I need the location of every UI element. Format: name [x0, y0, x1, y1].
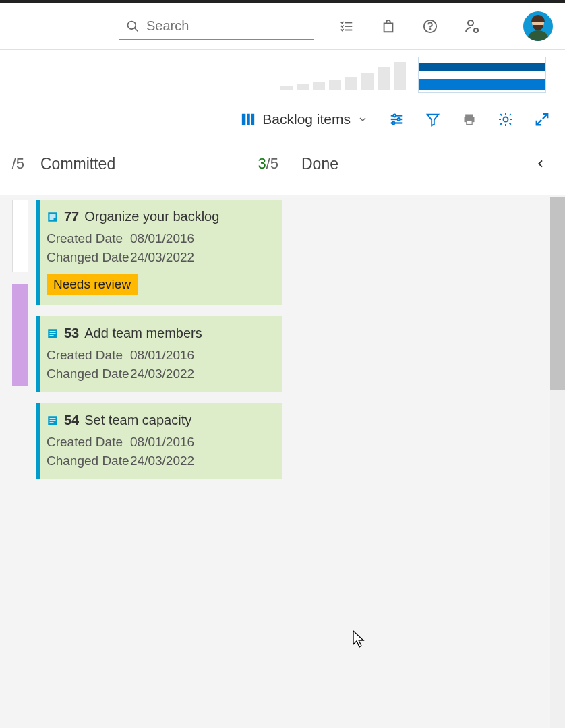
- work-item-title: Organize your backlog: [84, 209, 219, 224]
- search-input[interactable]: [146, 18, 307, 34]
- svg-point-17: [392, 121, 395, 124]
- sliders-icon[interactable]: [388, 111, 405, 127]
- column-title: Committed: [40, 155, 115, 173]
- partial-card[interactable]: [12, 200, 28, 272]
- field-label: Changed Date: [47, 454, 130, 468]
- field-value: 08/01/2016: [130, 231, 194, 246]
- backlog-level-selector[interactable]: Backlog items: [241, 111, 368, 127]
- svg-rect-31: [50, 333, 56, 334]
- fullscreen-icon[interactable]: [534, 111, 550, 127]
- partial-card[interactable]: [12, 284, 28, 386]
- work-item-card[interactable]: 53 Add team members Created Date08/01/20…: [36, 316, 282, 392]
- svg-rect-30: [50, 331, 56, 332]
- settings-gear-icon[interactable]: [498, 111, 514, 127]
- help-icon[interactable]: [422, 18, 438, 34]
- cumulative-flow-chart-area: [0, 50, 565, 98]
- shopping-bag-icon[interactable]: [380, 18, 396, 34]
- field-value: 24/03/2022: [130, 454, 194, 468]
- field-value: 08/01/2016: [130, 348, 194, 363]
- column-header-committed[interactable]: Committed 3/5: [28, 155, 289, 173]
- work-item-title: Add team members: [84, 326, 202, 341]
- svg-rect-34: [50, 418, 56, 419]
- svg-marker-18: [427, 114, 439, 125]
- svg-point-7: [468, 20, 473, 26]
- svg-rect-21: [467, 120, 472, 124]
- search-icon: [126, 20, 140, 33]
- column-committed: 77 Organize your backlog Created Date08/…: [28, 195, 289, 728]
- svg-rect-28: [50, 218, 54, 220]
- column-wip-count: 3/5: [258, 155, 278, 173]
- work-item-id: 77: [64, 209, 79, 224]
- svg-rect-10: [247, 113, 250, 125]
- svg-point-6: [429, 29, 430, 30]
- svg-rect-26: [50, 214, 56, 216]
- svg-point-0: [128, 21, 136, 29]
- search-box[interactable]: [119, 13, 314, 40]
- field-label: Changed Date: [47, 250, 130, 265]
- board-toolbar: Backlog items: [0, 98, 565, 140]
- cumulative-flow-chart[interactable]: [418, 57, 546, 93]
- field-label: Changed Date: [47, 367, 130, 382]
- svg-rect-35: [50, 420, 56, 421]
- prev-column-edge: [0, 195, 28, 728]
- svg-rect-32: [50, 335, 54, 336]
- field-label: Created Date: [47, 435, 130, 450]
- chevron-down-icon: [357, 114, 368, 125]
- work-item-id: 54: [64, 413, 79, 428]
- field-value: 24/03/2022: [130, 250, 194, 265]
- svg-point-13: [393, 114, 396, 117]
- vertical-scrollbar-thumb[interactable]: [550, 197, 565, 390]
- backlog-level-label: Backlog items: [262, 111, 351, 127]
- svg-point-22: [504, 117, 508, 121]
- field-value: 24/03/2022: [130, 367, 194, 382]
- kanban-board: 77 Organize your backlog Created Date08/…: [0, 195, 565, 728]
- svg-rect-9: [242, 113, 246, 125]
- print-icon[interactable]: [461, 111, 477, 127]
- field-value: 08/01/2016: [130, 435, 194, 450]
- svg-rect-27: [50, 216, 56, 218]
- global-header: [0, 3, 565, 50]
- user-settings-icon[interactable]: [464, 18, 480, 34]
- checklist-icon[interactable]: [338, 18, 355, 34]
- svg-line-1: [135, 28, 138, 31]
- column-done: [289, 195, 565, 728]
- header-icons: [338, 11, 553, 41]
- pbi-icon: [47, 211, 59, 223]
- work-item-tag[interactable]: Needs review: [47, 274, 138, 295]
- column-headers: /5 Committed 3/5 Done: [0, 140, 565, 181]
- column-title: Done: [301, 155, 338, 173]
- board-icon: [241, 112, 256, 127]
- filter-icon[interactable]: [425, 111, 441, 127]
- svg-rect-36: [50, 422, 54, 423]
- prev-column-wip-partial: /5: [0, 155, 28, 173]
- svg-rect-19: [465, 114, 473, 117]
- field-label: Created Date: [47, 231, 130, 246]
- user-avatar[interactable]: [523, 11, 553, 41]
- column-header-done[interactable]: Done: [289, 155, 565, 173]
- field-label: Created Date: [47, 348, 130, 363]
- chevron-left-icon[interactable]: [535, 158, 546, 169]
- work-item-title: Set team capacity: [84, 413, 191, 428]
- svg-rect-11: [251, 113, 255, 125]
- pbi-icon: [47, 328, 59, 340]
- pbi-icon: [47, 415, 59, 427]
- work-item-card[interactable]: 77 Organize your backlog Created Date08/…: [36, 200, 282, 305]
- svg-point-15: [398, 118, 400, 121]
- work-item-card[interactable]: 54 Set team capacity Created Date08/01/2…: [36, 403, 282, 479]
- velocity-sparkline[interactable]: [280, 57, 406, 90]
- work-item-id: 53: [64, 326, 79, 341]
